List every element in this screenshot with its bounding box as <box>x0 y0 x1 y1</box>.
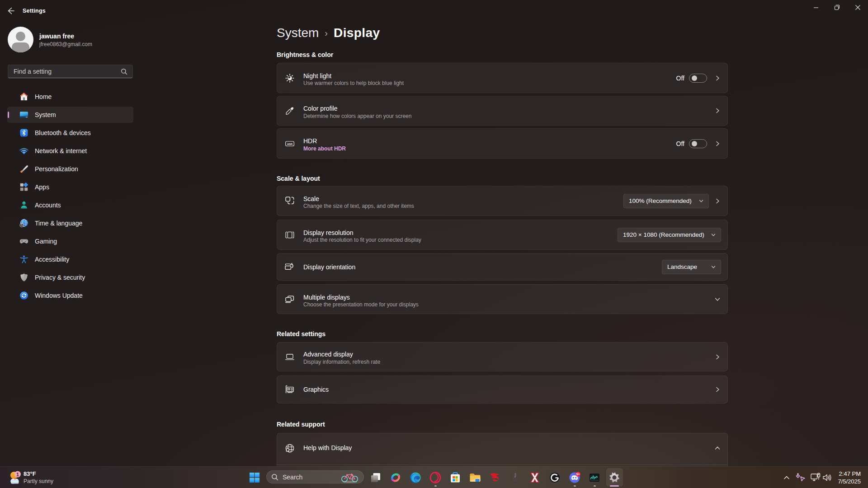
svg-text:1: 1 <box>16 471 19 477</box>
svg-text:9+: 9+ <box>576 472 580 475</box>
svg-text:HDR: HDR <box>287 142 292 145</box>
